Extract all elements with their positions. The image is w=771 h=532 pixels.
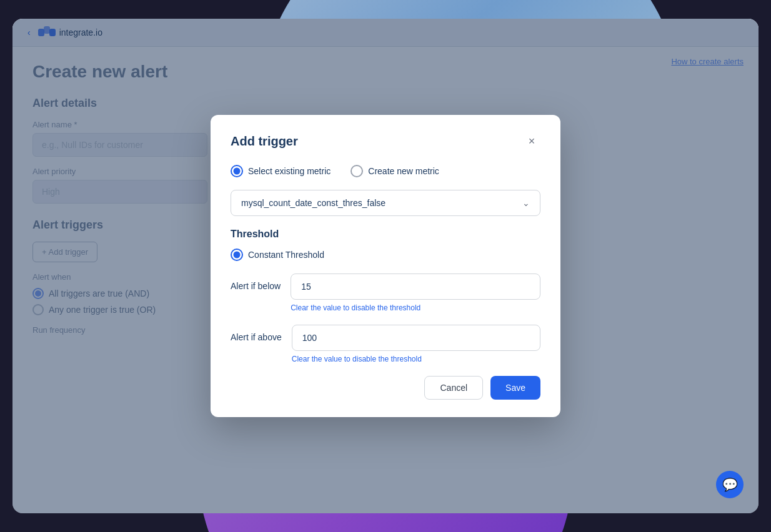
chat-button[interactable]: 💬 (716, 471, 744, 498)
alert-if-below-label: Alert if below (231, 281, 281, 291)
constant-threshold-label: Constant Threshold (248, 250, 324, 260)
clear-above-text[interactable]: Clear the value to disable the threshold (292, 355, 540, 363)
modal-title: Add trigger (231, 134, 298, 149)
select-existing-metric-option[interactable]: Select existing metric (231, 165, 331, 177)
modal-overlay: Add trigger × Select existing metric Cre… (12, 19, 759, 513)
alert-if-above-label: Alert if above (231, 332, 282, 342)
alert-if-above-row: Alert if above Clear the value to disabl… (231, 325, 540, 363)
save-button[interactable]: Save (490, 376, 540, 400)
selected-metric-text: mysql_count_date_const_thres_false (241, 198, 386, 208)
dropdown-chevron-icon: ⌄ (522, 198, 530, 208)
chat-icon: 💬 (722, 477, 738, 492)
modal-header: Add trigger × (231, 132, 540, 150)
add-trigger-modal: Add trigger × Select existing metric Cre… (211, 115, 560, 417)
create-new-metric-option[interactable]: Create new metric (351, 165, 439, 177)
create-new-label: Create new metric (368, 166, 439, 176)
alert-if-below-row: Alert if below Clear the value to disabl… (231, 273, 540, 312)
threshold-title: Threshold (231, 229, 540, 240)
clear-below-text[interactable]: Clear the value to disable the threshold (291, 303, 540, 312)
alert-if-below-right: Clear the value to disable the threshold (291, 273, 540, 312)
select-existing-radio[interactable] (231, 165, 243, 177)
cancel-button[interactable]: Cancel (424, 376, 483, 400)
metric-dropdown[interactable]: mysql_count_date_const_thres_false ⌄ (231, 190, 540, 216)
select-existing-label: Select existing metric (248, 166, 331, 176)
constant-threshold-option[interactable]: Constant Threshold (231, 249, 540, 261)
modal-close-button[interactable]: × (523, 132, 540, 150)
alert-if-below-input[interactable] (291, 273, 540, 300)
alert-if-above-input[interactable] (292, 325, 540, 351)
create-new-radio[interactable] (351, 165, 363, 177)
constant-threshold-radio[interactable] (231, 249, 243, 261)
app-container: ‹ integrate.io Create new alert How to c… (12, 19, 759, 513)
metric-options: Select existing metric Create new metric (231, 165, 540, 177)
alert-if-above-right: Clear the value to disable the threshold (292, 325, 540, 363)
modal-footer: Cancel Save (231, 376, 540, 400)
